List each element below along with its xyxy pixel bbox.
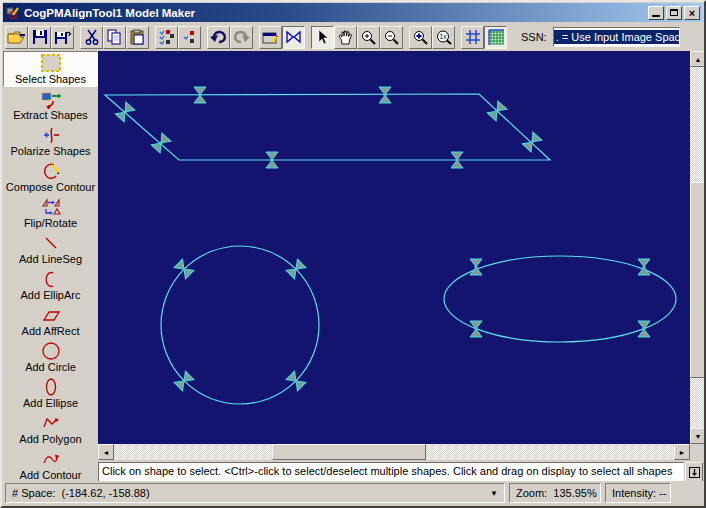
pan-tool-button[interactable] bbox=[334, 26, 357, 49]
zoom-1x-icon: 1x bbox=[436, 30, 452, 45]
shape-handle[interactable] bbox=[638, 321, 650, 337]
ssn-combobox[interactable]: . = Use Input Image Space bbox=[553, 27, 680, 47]
space-value: # Space: (-184.62, -158.88) bbox=[12, 487, 150, 499]
grid-dense-button[interactable] bbox=[484, 26, 507, 49]
sidebar-item-add-polygon[interactable]: Add Polygon bbox=[3, 411, 98, 447]
pointer-tool-button[interactable] bbox=[311, 26, 334, 49]
zoom-in-button[interactable] bbox=[357, 26, 380, 49]
zoom-out-icon bbox=[384, 30, 399, 45]
select-shapes-icon bbox=[40, 53, 62, 73]
shape-polygon[interactable] bbox=[105, 94, 550, 160]
check-one-icon bbox=[182, 29, 198, 45]
sidebar-item-add-circle[interactable]: Add Circle bbox=[3, 339, 98, 375]
undo-icon bbox=[210, 30, 227, 44]
shape-handle[interactable] bbox=[286, 259, 306, 279]
horizontal-scroll-thumb[interactable] bbox=[272, 444, 426, 460]
sidebar-item-add-ellipse[interactable]: Add Ellipse bbox=[3, 375, 98, 411]
maximize-icon bbox=[670, 9, 678, 16]
sidebar-item-extract-shapes[interactable]: Extract Shapes bbox=[3, 87, 98, 123]
title-bar[interactable]: CogPMAlignTool1 Model Maker × bbox=[3, 3, 703, 22]
shape-handle[interactable] bbox=[286, 371, 306, 391]
shape-display-canvas[interactable] bbox=[98, 51, 690, 444]
message-bar: Click on shape to select. <Ctrl>-click t… bbox=[98, 462, 703, 483]
paste-button[interactable] bbox=[126, 26, 149, 49]
add-ellipse-icon bbox=[40, 377, 62, 397]
app-icon bbox=[6, 6, 20, 20]
extract-shapes-icon bbox=[40, 89, 62, 109]
undo-button[interactable] bbox=[207, 26, 230, 49]
zoom-fit-icon bbox=[413, 30, 428, 45]
sidebar-item-label: Compose Contour bbox=[6, 181, 95, 193]
open-button[interactable] bbox=[5, 26, 28, 49]
shape-handle[interactable] bbox=[379, 87, 391, 103]
sidebar-item-compose-contour[interactable]: Compose Contour bbox=[3, 159, 98, 195]
sidebar-item-label: Add Circle bbox=[25, 361, 76, 373]
scroll-right-button[interactable]: ► bbox=[674, 444, 690, 460]
hand-icon bbox=[338, 29, 353, 45]
sidebar-item-add-elliparc[interactable]: Add EllipArc bbox=[3, 267, 98, 303]
space-selector[interactable]: # Space: (-184.62, -158.88) ▼ bbox=[5, 483, 505, 503]
select-all-shapes-button[interactable] bbox=[155, 26, 178, 49]
sidebar-item-label: Add LineSeg bbox=[19, 253, 82, 265]
shape-handle[interactable] bbox=[638, 259, 650, 275]
add-affrect-icon bbox=[40, 305, 62, 325]
sidebar-item-add-lineseg[interactable]: Add LineSeg bbox=[3, 231, 98, 267]
sidebar-item-label: Add EllipArc bbox=[21, 289, 81, 301]
cut-scissors-icon bbox=[85, 29, 99, 45]
compose-contour-icon bbox=[40, 161, 62, 181]
copy-button[interactable] bbox=[103, 26, 126, 49]
shape-ellipse[interactable] bbox=[444, 256, 676, 342]
save-as-button[interactable] bbox=[51, 26, 74, 49]
zoom-in-icon bbox=[361, 30, 376, 45]
add-elliparc-icon bbox=[40, 269, 62, 289]
sidebar: Select Shapes Extract Shapes Polarize bbox=[3, 51, 98, 483]
save-button[interactable] bbox=[28, 26, 51, 49]
horizontal-scrollbar[interactable]: ◄ ► bbox=[98, 444, 690, 460]
canvas-svg[interactable] bbox=[98, 51, 690, 444]
shape-handle[interactable] bbox=[470, 321, 482, 337]
add-contour-icon bbox=[40, 449, 62, 469]
sidebar-item-select-shapes[interactable]: Select Shapes bbox=[3, 51, 98, 87]
boxed-down-arrow-icon bbox=[689, 467, 700, 478]
ssn-label: SSN: bbox=[521, 31, 547, 43]
ssn-selected-value: . = Use Input Image Space bbox=[554, 30, 680, 44]
sidebar-item-label: Add Ellipse bbox=[23, 397, 78, 409]
scroll-up-button[interactable]: ▲ bbox=[690, 51, 706, 67]
redo-icon bbox=[233, 30, 250, 44]
vertical-scroll-thumb[interactable] bbox=[690, 182, 706, 378]
scroll-down-button[interactable]: ▼ bbox=[690, 428, 706, 444]
polarize-shapes-icon bbox=[40, 125, 62, 145]
zoom-out-button[interactable] bbox=[380, 26, 403, 49]
deselect-shapes-button[interactable] bbox=[178, 26, 201, 49]
expand-messages-button[interactable] bbox=[685, 462, 703, 483]
shape-handle[interactable] bbox=[470, 259, 482, 275]
sidebar-item-add-contour[interactable]: Add Contour bbox=[3, 447, 98, 483]
flip-rotate-icon bbox=[40, 197, 62, 217]
shape-handle[interactable] bbox=[174, 259, 194, 279]
sidebar-item-add-affrect[interactable]: Add AffRect bbox=[3, 303, 98, 339]
zoom-fit-button[interactable] bbox=[409, 26, 432, 49]
shape-handle[interactable] bbox=[174, 371, 194, 391]
cut-button[interactable] bbox=[80, 26, 103, 49]
window-title: CogPMAlignTool1 Model Maker bbox=[24, 7, 646, 19]
sidebar-item-label: Flip/Rotate bbox=[24, 217, 77, 229]
status-bar: # Space: (-184.62, -158.88) ▼ Zoom: 135.… bbox=[3, 481, 703, 505]
sidebar-item-polarize-shapes[interactable]: Polarize Shapes bbox=[3, 123, 98, 159]
maximize-button[interactable] bbox=[666, 6, 682, 20]
properties-button[interactable] bbox=[259, 26, 282, 49]
add-polygon-icon bbox=[40, 413, 62, 433]
sidebar-item-flip-rotate[interactable]: Flip/Rotate bbox=[3, 195, 98, 231]
bowtie-icon bbox=[285, 30, 302, 44]
redo-button[interactable] bbox=[230, 26, 253, 49]
close-button[interactable]: × bbox=[684, 6, 700, 20]
minimize-button[interactable] bbox=[648, 6, 664, 20]
scroll-left-button[interactable]: ◄ bbox=[98, 444, 114, 460]
grid-button[interactable] bbox=[461, 26, 484, 49]
sidebar-item-label: Add Polygon bbox=[19, 433, 81, 445]
toolbar: 1x SSN: . = Use Input Image Space bbox=[3, 23, 703, 51]
zoom-1x-button[interactable]: 1x bbox=[432, 26, 455, 49]
show-handles-button[interactable] bbox=[282, 26, 305, 49]
intensity-status: Intensity: -- bbox=[605, 483, 671, 503]
pointer-arrow-icon bbox=[317, 30, 329, 45]
vertical-scrollbar[interactable]: ▲ ▼ bbox=[690, 51, 706, 444]
